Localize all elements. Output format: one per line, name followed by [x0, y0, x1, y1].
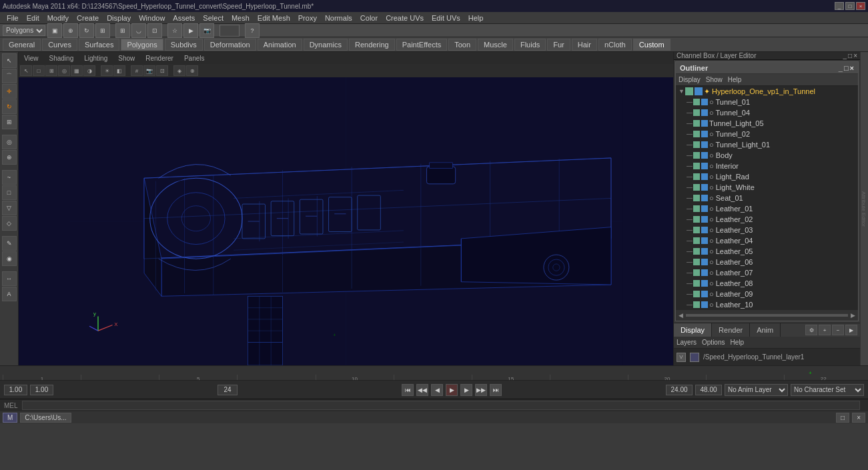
layer-tab-display[interactable]: Display [674, 323, 712, 337]
layer-menu-options[interactable]: Options [702, 339, 725, 346]
outliner-minimize[interactable]: _ [839, 64, 843, 72]
taskbar-close[interactable]: × [852, 413, 865, 423]
next-frame-button[interactable]: ▶▶ [475, 384, 487, 396]
frame-indicator[interactable] [218, 385, 238, 395]
render-icon[interactable] [701, 216, 708, 223]
tab-surfaces[interactable]: Surfaces [79, 39, 119, 51]
visibility-icon[interactable] [693, 141, 700, 148]
step-back-button[interactable]: ◀◀ [416, 384, 428, 396]
tab-fur[interactable]: Fur [547, 39, 570, 51]
vp-grid-btn[interactable]: # [131, 65, 143, 76]
outliner-close[interactable]: × [850, 64, 854, 72]
visibility-icon[interactable] [693, 163, 700, 169]
render-icon[interactable] [701, 195, 708, 201]
tab-polygons[interactable]: Polygons [121, 39, 163, 51]
vp-shadow-btn[interactable]: ◧ [113, 65, 125, 76]
list-item[interactable]: — ○ Tunnel_01 [676, 97, 858, 107]
help-tool[interactable]: ? [245, 23, 260, 38]
vp-wire-btn[interactable]: ⊞ [45, 65, 57, 76]
paint-icon[interactable]: ✎ [2, 236, 17, 251]
tab-subdivs[interactable]: Subdivs [165, 39, 203, 51]
list-item[interactable]: — ○ Leather_02 [676, 214, 858, 225]
vp-menu-lighting[interactable]: Lighting [79, 52, 113, 64]
visibility-icon[interactable] [693, 120, 700, 127]
surface-icon[interactable]: □ [2, 185, 17, 200]
render-icon[interactable] [701, 120, 708, 127]
visibility-icon[interactable] [693, 280, 700, 287]
render-icon[interactable] [701, 163, 708, 169]
vp-shading-btn[interactable]: □ [33, 65, 45, 76]
menu-modify[interactable]: Modify [43, 12, 73, 24]
layer-options-btn[interactable]: ⚙ [805, 325, 817, 335]
visibility-icon[interactable] [693, 173, 700, 180]
layer-freeze[interactable] [690, 353, 699, 362]
render-icon[interactable] [701, 280, 708, 287]
anim-layer-select[interactable]: No Anim Layer [725, 384, 788, 396]
start-frame-input[interactable] [4, 385, 27, 395]
tab-rendering[interactable]: Rendering [349, 39, 395, 51]
layer-new-btn[interactable]: + [819, 325, 831, 335]
visibility-icon[interactable] [693, 109, 700, 116]
curve-icon[interactable]: ~ [2, 170, 17, 185]
visibility-icon[interactable] [693, 152, 700, 159]
layer-tab-anim[interactable]: Anim [750, 323, 781, 337]
render-icon[interactable] [701, 184, 708, 191]
soft-select-icon[interactable]: ◎ [2, 135, 17, 149]
visibility-icon[interactable] [693, 259, 700, 265]
list-item[interactable]: — ○ Leather_03 [676, 225, 858, 235]
tab-fluids[interactable]: Fluids [514, 39, 546, 51]
menu-edit-mesh[interactable]: Edit Mesh [254, 12, 294, 24]
render-icon[interactable] [701, 248, 708, 255]
visibility-icon[interactable] [693, 195, 700, 201]
render-icon[interactable] [701, 99, 708, 105]
list-item[interactable]: — ○ Leather_07 [676, 267, 858, 278]
vp-menu-renderer[interactable]: Renderer [140, 52, 179, 64]
goto-start-button[interactable]: ⏮ [402, 384, 414, 396]
minimize-button[interactable]: _ [835, 2, 844, 10]
vp-texture-btn[interactable]: ▦ [71, 65, 83, 76]
vp-xray-btn[interactable]: ◎ [58, 65, 70, 76]
taskbar-minimize[interactable]: □ [836, 413, 849, 423]
play-forward-button[interactable]: ▶ [460, 384, 472, 396]
outliner-menu-display[interactable]: Display [679, 76, 701, 83]
rotate-tool[interactable]: ↻ [79, 23, 94, 38]
list-item[interactable]: — Tunnel_Light_05 [676, 118, 858, 129]
render-icon[interactable] [701, 205, 708, 212]
vp-snap-btn[interactable]: ⊕ [186, 65, 198, 76]
move-tool[interactable]: ⊕ [63, 23, 78, 38]
scale-icon[interactable]: ⊞ [2, 115, 17, 129]
frame-input[interactable] [220, 25, 240, 37]
list-item[interactable]: — ○ Leather_08 [676, 278, 858, 289]
render-icon[interactable] [701, 291, 708, 297]
visibility-icon[interactable] [693, 269, 700, 276]
outliner-menu-show[interactable]: Show [706, 76, 723, 83]
timeline[interactable]: 1 5 10 15 20 22 + [0, 366, 868, 381]
maximize-button[interactable]: □ [845, 2, 855, 10]
prev-frame-button[interactable]: ◀ [431, 384, 443, 396]
visibility-icon[interactable] [693, 184, 700, 191]
channel-box-maximize[interactable]: □ [848, 52, 852, 59]
menu-window[interactable]: Window [135, 12, 169, 24]
render-icon[interactable] [701, 173, 708, 180]
tab-general[interactable]: General [3, 39, 41, 51]
vp-hud-btn[interactable]: ⊡ [156, 65, 168, 76]
subdiv-icon[interactable]: ◇ [2, 216, 17, 231]
tab-dynamics[interactable]: Dynamics [304, 39, 348, 51]
visibility-icon[interactable] [693, 291, 700, 297]
render-icon[interactable] [701, 109, 708, 116]
rotate-icon[interactable]: ↻ [2, 99, 17, 114]
snap-point[interactable]: ⊡ [147, 23, 162, 38]
playblast[interactable]: ▶ [183, 23, 198, 38]
visibility-icon[interactable] [693, 205, 700, 212]
menu-create-uvs[interactable]: Create UVs [382, 12, 428, 24]
taskbar-file-btn[interactable]: C:\Users\Us... [20, 413, 71, 423]
list-item[interactable]: — ○ Leather_05 [676, 246, 858, 257]
list-item[interactable]: — ○ Tunnel_02 [676, 129, 858, 139]
play-button[interactable]: ▶ [446, 384, 458, 396]
tab-toon[interactable]: Toon [448, 39, 476, 51]
layer-more-btn[interactable]: ▶ [845, 325, 857, 335]
outliner-menu-help[interactable]: Help [728, 76, 742, 83]
vp-camera-btn[interactable]: 📷 [143, 65, 155, 76]
render-settings[interactable]: ☆ [167, 23, 182, 38]
select-icon[interactable]: ↖ [2, 53, 17, 68]
